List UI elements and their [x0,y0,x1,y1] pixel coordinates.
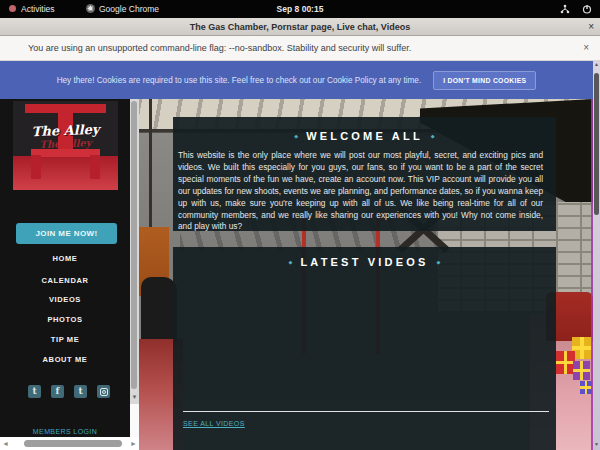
members-login-link[interactable]: MEMBERS LOGIN [0,428,130,435]
welcome-heading: WELCOME ALL [306,130,423,142]
instagram-camera-lens [102,390,106,394]
sidebar-item-calendar[interactable]: CALENDAR [0,276,130,286]
clock[interactable]: Sep 8 00:15 [0,4,600,14]
scroll-right-arrow-icon[interactable]: ► [130,440,137,448]
logo-leg [90,155,100,179]
diamond-icon: ◆ [437,259,441,265]
scroll-left-arrow-icon[interactable]: ◄ [2,440,9,448]
window-title: The Gas Chamber, Pornstar page, Live cha… [0,22,600,32]
logo-leg [31,155,41,179]
diamond-icon: ◆ [431,133,435,139]
cookie-message: Hey there! Cookies are required to use t… [57,76,422,85]
tumblr-icon[interactable]: t [74,385,87,398]
site-logo-image[interactable]: The Alley The Alley [13,101,118,190]
screen: Activities Google Chrome Sep 8 00:15 The… [0,0,600,450]
page-vertical-scrollbar-thumb[interactable] [594,73,599,215]
page-scroll-down-icon[interactable]: ▼ [593,441,600,447]
sidebar-horizontal-scrollbar-thumb[interactable] [24,440,122,447]
social-icons-row: t f t [28,385,110,398]
sidebar-scrollbar-gap [130,404,139,437]
cookie-banner: Hey there! Cookies are required to use t… [0,61,593,99]
window-titlebar[interactable]: The Gas Chamber, Pornstar page, Live cha… [0,18,600,36]
power-icon[interactable] [582,4,592,16]
page-scroll-up-icon[interactable]: ▲ [593,61,600,67]
sidebar: The Alley The Alley JOIN ME NOW! HOME CA… [0,99,130,437]
welcome-heading-row: ◆ WELCOME ALL ◆ [173,130,556,142]
latest-videos-panel: ◆ LATEST VIDEOS ◆ SEE ALL VIDEOS [173,247,556,450]
diamond-icon: ◆ [289,259,293,265]
photo-pipe [149,99,152,234]
latest-heading-row: ◆ LATEST VIDEOS ◆ [173,256,556,268]
sidebar-item-videos[interactable]: VIDEOS [0,295,130,305]
infobar-close-icon[interactable]: × [583,42,589,53]
chrome-infobar: You are using an unsupported command-lin… [0,36,600,61]
diamond-icon: ◆ [294,133,298,139]
sidebar-item-home[interactable]: HOME [0,254,130,264]
sidebar-vertical-scrollbar-thumb[interactable] [131,101,137,389]
network-icon[interactable] [560,4,570,16]
window-close-icon[interactable]: × [588,21,594,33]
infobar-message: You are using an unsupported command-lin… [28,43,411,53]
scroll-down-arrow-icon[interactable]: ▼ [130,394,139,400]
latest-videos-heading: LATEST VIDEOS [300,256,428,268]
welcome-panel: ◆ WELCOME ALL ◆ This website is the only… [173,117,556,231]
sidebar-item-about-me[interactable]: ABOUT ME [0,355,130,365]
photo-gift-purple [573,361,590,380]
divider [183,411,549,412]
photo-chair [141,277,177,347]
sidebar-item-tip-me[interactable]: TIP ME [0,335,130,345]
instagram-icon[interactable] [97,385,110,398]
facebook-icon[interactable]: f [51,385,64,398]
join-me-now-button[interactable]: JOIN ME NOW! [16,223,117,244]
twitter-icon[interactable]: t [28,385,41,398]
see-all-videos-link[interactable]: SEE ALL VIDEOS [183,420,245,427]
cookie-accept-button[interactable]: I DON'T MIND COOKIES [433,71,536,90]
sidebar-item-photos[interactable]: PHOTOS [0,315,130,325]
logo-floor [13,156,118,190]
welcome-paragraph: This website is the only place where we … [178,150,543,233]
desktop-top-bar: Activities Google Chrome Sep 8 00:15 [0,0,600,18]
photo-gift-yellow [572,337,592,359]
